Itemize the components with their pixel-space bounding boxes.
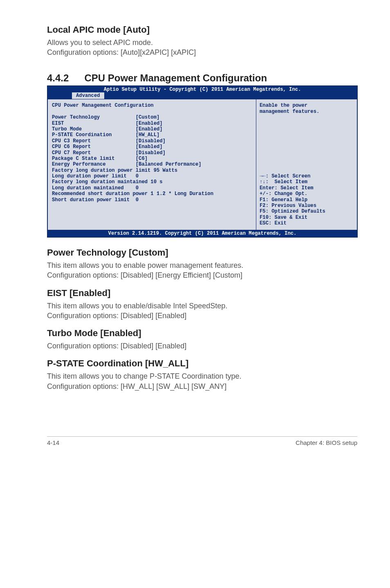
paragraph: Allows you to select APIC mode. Configur…: [47, 38, 357, 58]
heading-442: 4.4.2CPU Power Management Configuration: [47, 72, 357, 84]
bios-help-pane: Enable the power management features. →←…: [256, 99, 357, 230]
paragraph: This item allows you to enable power man…: [47, 260, 357, 281]
bios-footer: Version 2.14.1219. Copyright (C) 2011 Am…: [47, 230, 357, 237]
text-line: This item allows you to change P-STATE C…: [47, 372, 242, 380]
heading-local-apic: Local APIC mode [Auto]: [47, 25, 357, 35]
bios-tab-advanced[interactable]: Advanced: [72, 92, 104, 99]
section-title: CPU Power Management Configuration: [84, 72, 267, 83]
page-number: 4-14: [47, 439, 59, 446]
page-footer: 4-14 Chapter 4: BIOS setup: [47, 436, 357, 446]
heading-eist: EIST [Enabled]: [47, 288, 357, 298]
text-line: Configuration options: [HW_ALL] [SW_ALL]…: [47, 382, 226, 391]
heading-pstate: P-STATE Coordination [HW_ALL]: [47, 358, 357, 369]
bios-main-area: CPU Power Management Configuration Power…: [47, 99, 357, 230]
paragraph: This item allows you to enable/disable I…: [47, 301, 357, 321]
heading-power-technology: Power Technology [Custom]: [47, 247, 357, 258]
paragraph: This item allows you to change P-STATE C…: [47, 371, 357, 391]
section-number: 4.4.2: [47, 72, 69, 84]
heading-turbo-mode: Turbo Mode [Enabled]: [47, 328, 357, 339]
text-line: This item allows you to enable power man…: [47, 261, 243, 269]
text-line: Configuration options: [Auto][x2APIC] [x…: [47, 48, 196, 56]
paragraph: Configuration options: [Disabled] [Enabl…: [47, 341, 357, 351]
bios-tab-row: Advanced: [47, 92, 357, 99]
bios-title-bar: Aptio Setup Utility - Copyright (C) 2011…: [47, 86, 357, 92]
text-line: This item allows you to enable/disable I…: [47, 302, 227, 310]
text-line: Configuration options: [Disabled] [Energ…: [47, 271, 242, 279]
text-line: Allows you to select APIC mode.: [47, 38, 153, 47]
text-line: Configuration options: [Disabled] [Enabl…: [47, 312, 186, 320]
bios-screen: Aptio Setup Utility - Copyright (C) 2011…: [47, 85, 358, 238]
chapter-label: Chapter 4: BIOS setup: [296, 439, 357, 446]
text-line: Configuration options: [Disabled] [Enabl…: [47, 342, 186, 350]
bios-settings-pane[interactable]: CPU Power Management Configuration Power…: [47, 99, 256, 230]
